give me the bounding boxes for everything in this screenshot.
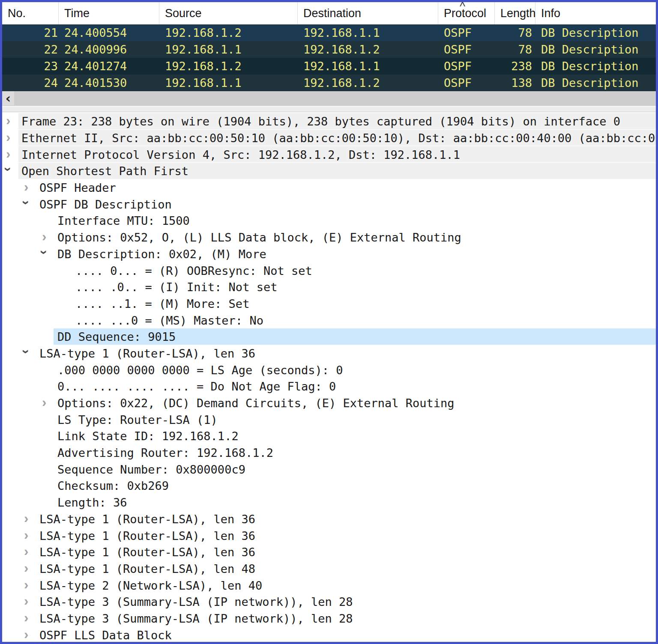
chevron-down-icon[interactable]: › <box>38 250 51 254</box>
tree-row[interactable]: Sequence Number: 0x800000c9 <box>2 461 656 477</box>
tree-row[interactable]: ›Options: 0x22, (DC) Demand Circuits, (E… <box>2 395 656 411</box>
tree-row-label: LSA-type 1 (Router-LSA), len 36 <box>39 512 255 525</box>
tree-row-label: Ethernet II, Src: aa:bb:cc:00:50:10 (aa:… <box>21 131 656 145</box>
tree-row[interactable]: ›LSA-type 1 (Router-LSA), len 36 <box>2 345 656 362</box>
packet-cell-no: 21 <box>2 26 59 39</box>
tree-row[interactable]: .... 0... = (R) OOBResync: Not set <box>2 262 656 279</box>
packet-cell-source: 192.168.1.2 <box>159 26 298 39</box>
tree-row-label: LSA-type 1 (Router-LSA), len 48 <box>39 562 255 575</box>
tree-row[interactable]: Checksum: 0xb269 <box>2 477 656 494</box>
tree-row[interactable]: ›OSPF DB Description <box>2 196 656 212</box>
tree-row-label: OSPF Header <box>39 181 116 194</box>
tree-row[interactable]: .... .0.. = (I) Init: Not set <box>2 279 656 295</box>
packet-row[interactable]: 2124.400554192.168.1.2192.168.1.1OSPF78D… <box>2 24 656 41</box>
tree-row[interactable]: Length: 36 <box>2 494 656 511</box>
tree-row[interactable]: .... ...0 = (MS) Master: No <box>2 312 656 328</box>
chevron-down-icon[interactable]: › <box>20 200 33 205</box>
packet-cell-time: 24.401274 <box>59 60 159 73</box>
column-header-length[interactable]: Length <box>495 2 535 24</box>
tree-row[interactable]: ›Frame 23: 238 bytes on wire (1904 bits)… <box>2 113 656 130</box>
packet-cell-no: 22 <box>2 43 59 56</box>
tree-row[interactable]: ›OSPF LLS Data Block <box>2 626 656 642</box>
tree-row[interactable]: ›Internet Protocol Version 4, Src: 192.1… <box>2 146 656 163</box>
packet-row[interactable]: 2424.401530192.168.1.1192.168.1.2OSPF138… <box>2 75 656 91</box>
tree-row[interactable]: ›LSA-type 1 (Router-LSA), len 36 <box>2 527 656 544</box>
packet-cell-length: 138 <box>495 76 535 89</box>
column-header-protocol[interactable]: Protocol <box>438 2 495 24</box>
tree-row[interactable]: ›LSA-type 3 (Summary-LSA (IP network)), … <box>2 593 656 610</box>
tree-row[interactable]: ›Open Shortest Path First <box>2 163 656 179</box>
tree-row[interactable]: ›LSA-type 1 (Router-LSA), len 36 <box>2 544 656 561</box>
chevron-right-icon[interactable]: › <box>24 511 28 525</box>
packet-cell-protocol: OSPF <box>438 60 495 73</box>
pane-splitter[interactable] <box>2 105 656 112</box>
tree-row[interactable]: ›LSA-type 1 (Router-LSA), len 48 <box>2 561 656 577</box>
tree-row-label: LS Type: Router-LSA (1) <box>57 413 218 426</box>
chevron-right-icon[interactable]: › <box>42 230 46 243</box>
chevron-right-icon[interactable]: › <box>24 578 28 591</box>
tree-row[interactable]: ›OSPF Header <box>2 179 656 196</box>
sort-ascending-icon[interactable]: ^ <box>460 0 465 13</box>
column-header-no[interactable]: No. <box>2 2 59 24</box>
packet-cell-length: 78 <box>495 43 535 56</box>
packet-cell-length: 238 <box>495 60 535 73</box>
chevron-right-icon[interactable]: › <box>6 147 10 160</box>
chevron-right-icon[interactable]: › <box>42 396 46 409</box>
packet-cell-time: 24.400996 <box>59 43 159 56</box>
tree-row-label: LSA-type 2 (Network-LSA), len 40 <box>39 578 262 592</box>
packet-cell-source: 192.168.1.1 <box>159 43 298 56</box>
packet-cell-destination: 192.168.1.2 <box>298 76 438 89</box>
packet-row-selected[interactable]: 2324.401274192.168.1.2192.168.1.1OSPF238… <box>2 58 656 75</box>
tree-row[interactable]: 0... .... .... .... = Do Not Age Flag: 0 <box>2 378 656 395</box>
chevron-right-icon[interactable]: › <box>24 561 28 575</box>
tree-row-label: Open Shortest Path First <box>21 164 188 178</box>
chevron-right-icon[interactable]: › <box>24 611 28 624</box>
column-header-destination[interactable]: Destination <box>298 2 438 24</box>
chevron-right-icon[interactable]: › <box>24 528 28 541</box>
chevron-down-icon[interactable]: › <box>2 167 15 172</box>
tree-row-label: .... 0... = (R) OOBResync: Not set <box>75 264 312 277</box>
tree-row[interactable]: ›LSA-type 3 (Summary-LSA (IP network)), … <box>2 610 656 627</box>
wireshark-window: ^ No.TimeSourceDestinationProtocolLength… <box>0 0 658 644</box>
chevron-right-icon[interactable]: › <box>6 131 10 144</box>
tree-row[interactable]: ›LSA-type 1 (Router-LSA), len 36 <box>2 511 656 528</box>
tree-row[interactable]: ›LSA-type 2 (Network-LSA), len 40 <box>2 577 656 593</box>
tree-row[interactable]: .... ..1. = (M) More: Set <box>2 295 656 312</box>
tree-row[interactable]: LS Type: Router-LSA (1) <box>2 411 656 428</box>
packet-cell-no: 23 <box>2 60 59 73</box>
packet-cell-protocol: OSPF <box>438 26 495 39</box>
packet-cell-destination: 192.168.1.1 <box>298 26 438 39</box>
packet-cell-info: DB Description <box>535 26 656 39</box>
tree-row-label: Link State ID: 192.168.1.2 <box>57 429 239 443</box>
column-header-info[interactable]: Info <box>535 2 656 24</box>
horizontal-scrollbar[interactable]: ‹ <box>2 91 656 105</box>
chevron-right-icon[interactable]: › <box>6 114 10 127</box>
tree-row[interactable]: Link State ID: 192.168.1.2 <box>2 428 656 444</box>
tree-row[interactable]: ›Ethernet II, Src: aa:bb:cc:00:50:10 (aa… <box>2 130 656 146</box>
tree-row-label: Advertising Router: 192.168.1.2 <box>57 446 273 459</box>
tree-row[interactable]: DD Sequence: 9015 <box>2 328 656 345</box>
chevron-down-icon[interactable]: › <box>20 349 33 354</box>
packet-cell-no: 24 <box>2 76 59 89</box>
column-header-time[interactable]: Time <box>59 2 159 24</box>
tree-row[interactable]: ›DB Description: 0x02, (M) More <box>2 246 656 262</box>
packet-cell-protocol: OSPF <box>438 76 495 89</box>
column-header-source[interactable]: Source <box>159 2 298 24</box>
tree-row-label: OSPF DB Description <box>39 197 172 211</box>
tree-row-label: LSA-type 3 (Summary-LSA (IP network)), l… <box>39 595 353 608</box>
chevron-right-icon[interactable]: › <box>24 627 28 641</box>
tree-row-label: Interface MTU: 1500 <box>57 214 190 227</box>
packet-row[interactable]: 2224.400996192.168.1.1192.168.1.2OSPF78D… <box>2 41 656 58</box>
chevron-right-icon[interactable]: › <box>24 594 28 608</box>
tree-row[interactable]: ›Options: 0x52, O, (L) LLS Data block, (… <box>2 229 656 246</box>
packet-list: ^ No.TimeSourceDestinationProtocolLength… <box>2 2 656 91</box>
tree-row-label: .000 0000 0000 0000 = LS Age (seconds): … <box>57 363 343 376</box>
tree-row[interactable]: .000 0000 0000 0000 = LS Age (seconds): … <box>2 361 656 378</box>
scroll-left-button[interactable]: ‹ <box>2 91 14 105</box>
chevron-right-icon[interactable]: › <box>24 545 28 558</box>
chevron-right-icon[interactable]: › <box>24 180 28 194</box>
tree-row[interactable]: Interface MTU: 1500 <box>2 212 656 229</box>
tree-row-label: Frame 23: 238 bytes on wire (1904 bits),… <box>21 115 620 128</box>
packet-cell-info: DB Description <box>535 60 656 73</box>
tree-row[interactable]: Advertising Router: 192.168.1.2 <box>2 444 656 461</box>
